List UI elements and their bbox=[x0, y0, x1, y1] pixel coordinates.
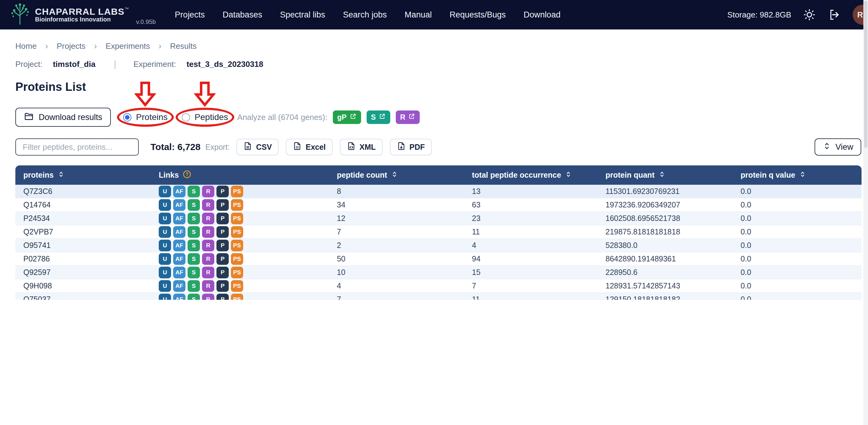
analyze-badge-gP[interactable]: gP bbox=[333, 110, 361, 124]
link-badge-U[interactable]: U bbox=[159, 294, 171, 300]
link-badge-PS[interactable]: PS bbox=[231, 186, 243, 197]
help-icon[interactable]: ? bbox=[182, 170, 192, 181]
link-badge-AF[interactable]: AF bbox=[173, 294, 185, 300]
link-badge-R[interactable]: R bbox=[202, 240, 214, 251]
nav-item-databases[interactable]: Databases bbox=[223, 10, 262, 20]
table-row[interactable]: Q92597UAFSRPPS1015228950.60.0 bbox=[16, 266, 862, 279]
link-badge-P[interactable]: P bbox=[216, 212, 229, 224]
link-badge-R[interactable]: R bbox=[202, 267, 214, 278]
link-badge-R[interactable]: R bbox=[202, 212, 214, 224]
link-badge-P[interactable]: P bbox=[216, 267, 229, 278]
link-badge-PS[interactable]: PS bbox=[231, 294, 243, 300]
nav-item-download[interactable]: Download bbox=[524, 10, 560, 20]
column-header-peptide-count[interactable]: peptide count bbox=[329, 171, 464, 180]
breadcrumb-item-experiments[interactable]: Experiments bbox=[105, 41, 150, 51]
radio-group-peptides[interactable]: Peptides bbox=[180, 112, 230, 122]
table-row[interactable]: Q2VPB7UAFSRPPS711219875.818181818180.0 bbox=[16, 225, 862, 239]
link-badge-AF[interactable]: AF bbox=[173, 199, 185, 211]
link-badge-S[interactable]: S bbox=[188, 212, 200, 224]
sort-icon[interactable] bbox=[565, 171, 572, 180]
table-row[interactable]: P24534UAFSRPPS12231602508.69565217380.0 bbox=[16, 212, 862, 225]
link-badge-S[interactable]: S bbox=[188, 186, 200, 197]
link-badge-PS[interactable]: PS bbox=[231, 212, 243, 224]
link-badge-R[interactable]: R bbox=[202, 280, 214, 292]
link-badge-U[interactable]: U bbox=[159, 267, 171, 278]
link-badge-PS[interactable]: PS bbox=[231, 267, 243, 278]
link-badge-U[interactable]: U bbox=[159, 226, 171, 238]
analyze-badge-S[interactable]: S bbox=[367, 110, 390, 124]
link-badge-S[interactable]: S bbox=[188, 199, 200, 211]
sort-icon[interactable] bbox=[57, 171, 65, 180]
link-badge-P[interactable]: P bbox=[216, 199, 229, 211]
column-header-proteins[interactable]: proteins bbox=[16, 171, 151, 180]
table-row[interactable]: P02786UAFSRPPS50948642890.1914893610.0 bbox=[16, 252, 862, 266]
page-scrollbar[interactable] bbox=[863, 0, 868, 425]
link-badge-S[interactable]: S bbox=[188, 294, 200, 300]
analyze-badge-R[interactable]: R bbox=[396, 110, 420, 124]
link-badge-PS[interactable]: PS bbox=[231, 199, 243, 211]
link-badge-R[interactable]: R bbox=[202, 199, 214, 211]
export-excel-button[interactable]: Excel bbox=[286, 139, 332, 155]
link-badge-PS[interactable]: PS bbox=[231, 253, 243, 265]
breadcrumb-item-results[interactable]: Results bbox=[170, 41, 197, 51]
export-xml-button[interactable]: XML bbox=[340, 139, 382, 155]
link-badge-R[interactable]: R bbox=[202, 186, 214, 197]
link-badge-P[interactable]: P bbox=[216, 294, 229, 300]
export-csv-button[interactable]: CSV bbox=[237, 139, 278, 155]
export-pdf-button[interactable]: PDF bbox=[390, 139, 432, 155]
link-badge-R[interactable]: R bbox=[202, 253, 214, 265]
sort-icon[interactable] bbox=[658, 171, 666, 180]
link-badge-U[interactable]: U bbox=[159, 240, 171, 251]
nav-item-manual[interactable]: Manual bbox=[405, 10, 432, 20]
link-badge-P[interactable]: P bbox=[216, 253, 229, 265]
view-button[interactable]: View bbox=[814, 138, 861, 156]
table-row[interactable]: O95741UAFSRPPS24528380.00.0 bbox=[16, 239, 862, 252]
link-badge-U[interactable]: U bbox=[159, 280, 171, 292]
download-results-button[interactable]: Download results bbox=[16, 108, 111, 127]
radio-label-proteins[interactable]: Proteins bbox=[136, 112, 168, 122]
radio-peptides[interactable] bbox=[182, 113, 190, 122]
link-badge-R[interactable]: R bbox=[202, 294, 214, 300]
link-badge-U[interactable]: U bbox=[159, 212, 171, 224]
column-header-protein-quant[interactable]: protein quant bbox=[597, 171, 733, 180]
link-badge-AF[interactable]: AF bbox=[173, 267, 185, 278]
link-badge-P[interactable]: P bbox=[216, 226, 229, 238]
link-badge-S[interactable]: S bbox=[188, 240, 200, 251]
link-badge-S[interactable]: S bbox=[188, 280, 200, 292]
link-badge-AF[interactable]: AF bbox=[173, 240, 185, 251]
filter-input[interactable] bbox=[16, 138, 139, 156]
link-badge-S[interactable]: S bbox=[188, 226, 200, 238]
sort-icon[interactable] bbox=[799, 171, 806, 180]
column-header-protein-q-value[interactable]: protein q value bbox=[733, 171, 862, 180]
table-row[interactable]: Q14764UAFSRPPS34631973236.92063492070.0 bbox=[16, 198, 862, 212]
theme-toggle-sun-icon[interactable] bbox=[803, 8, 816, 21]
sort-icon[interactable] bbox=[391, 171, 398, 180]
column-header-Links[interactable]: Links ? bbox=[151, 170, 329, 181]
link-badge-AF[interactable]: AF bbox=[173, 280, 185, 292]
link-badge-AF[interactable]: AF bbox=[173, 253, 185, 265]
radio-proteins[interactable] bbox=[123, 113, 131, 122]
link-badge-PS[interactable]: PS bbox=[231, 280, 243, 292]
link-badge-P[interactable]: P bbox=[216, 186, 229, 197]
logout-icon[interactable] bbox=[828, 8, 841, 22]
link-badge-P[interactable]: P bbox=[216, 280, 229, 292]
nav-item-requests-bugs[interactable]: Requests/Bugs bbox=[450, 10, 506, 20]
link-badge-U[interactable]: U bbox=[159, 253, 171, 265]
breadcrumb-item-home[interactable]: Home bbox=[16, 41, 36, 51]
link-badge-AF[interactable]: AF bbox=[173, 186, 185, 197]
link-badge-U[interactable]: U bbox=[159, 199, 171, 211]
nav-item-spectral-libs[interactable]: Spectral libs bbox=[280, 10, 325, 20]
link-badge-PS[interactable]: PS bbox=[231, 226, 243, 238]
link-badge-AF[interactable]: AF bbox=[173, 226, 185, 238]
breadcrumb-item-projects[interactable]: Projects bbox=[57, 41, 86, 51]
link-badge-P[interactable]: P bbox=[216, 240, 229, 251]
radio-group-proteins[interactable]: Proteins bbox=[121, 112, 169, 122]
table-row[interactable]: O75037UAFSRPPS711129150.181818181820.0 bbox=[16, 293, 862, 300]
link-badge-U[interactable]: U bbox=[159, 186, 171, 197]
link-badge-S[interactable]: S bbox=[188, 267, 200, 278]
table-row[interactable]: Q7Z3C6UAFSRPPS813115301.692307692310.0 bbox=[16, 185, 862, 198]
table-row[interactable]: Q9H098UAFSRPPS47128931.571428571430.0 bbox=[16, 279, 862, 293]
scrollbar-thumb[interactable] bbox=[864, 1, 867, 148]
link-badge-PS[interactable]: PS bbox=[231, 240, 243, 251]
column-header-total-peptide-occurrence[interactable]: total peptide occurrence bbox=[464, 171, 597, 180]
